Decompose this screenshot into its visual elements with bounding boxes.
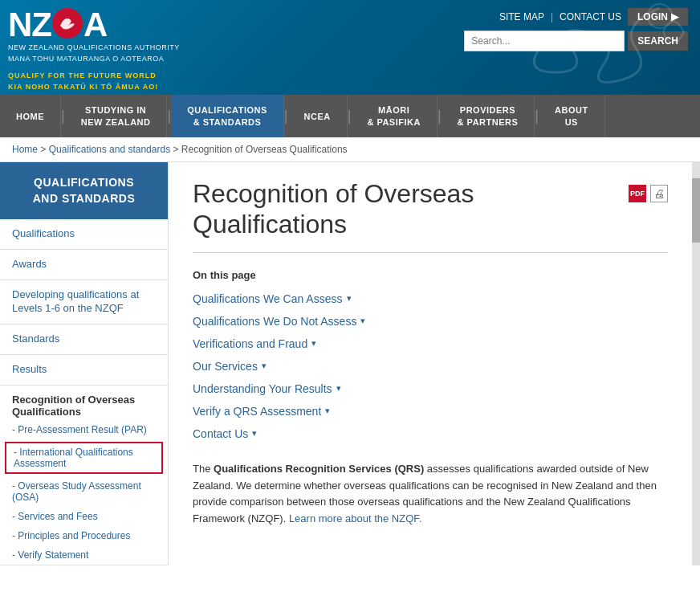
- toc-do-not-assess-arrow: ▾: [360, 316, 365, 326]
- nav-ncea[interactable]: NCEA: [288, 95, 348, 137]
- toc-can-assess[interactable]: Qualifications We Can Assess ▾: [193, 288, 668, 310]
- logo-tagline1: QUALIFY FOR THE FUTURE WORLD: [8, 71, 180, 80]
- toc-contact[interactable]: Contact Us ▾: [193, 422, 668, 445]
- sidebar-sub-fees[interactable]: - Services and Fees: [0, 507, 168, 526]
- toc-understanding-arrow: ▾: [336, 383, 341, 394]
- nzqf-link[interactable]: Learn more about the NZQF.: [289, 512, 421, 524]
- breadcrumb-quals[interactable]: Qualifications and standards: [49, 144, 170, 155]
- toc-verifications-label: Verifications and Fraud: [193, 337, 307, 350]
- nav-studying[interactable]: STUDYING INNEW ZEALAND: [65, 95, 168, 137]
- nav-maori[interactable]: MĀORI& PASIFIKA: [351, 95, 438, 137]
- sidebar-sub-verify[interactable]: - Verify Statement: [0, 545, 168, 565]
- toc-do-not-assess-label: Qualifications We Do Not Assess: [193, 315, 356, 328]
- nav-home[interactable]: HOME: [0, 95, 61, 137]
- toc-services-label: Our Services: [193, 360, 258, 373]
- nav-providers[interactable]: PROVIDERS& PARTNERS: [442, 95, 535, 137]
- sidebar-sub-osa[interactable]: - Overseas Study Assessment (OSA): [0, 476, 168, 507]
- search-button[interactable]: SEARCH: [628, 31, 688, 51]
- sidebar-section-qualifications: Qualifications: [0, 219, 168, 250]
- toc-verify-qrs-arrow: ▾: [325, 406, 330, 416]
- logo-subtitle: NEW ZEALAND QUALIFICATIONS AUTHORITY: [8, 43, 180, 53]
- sidebar-group-label: Recognition of Overseas Qualifications: [0, 386, 168, 420]
- search-input[interactable]: [464, 31, 625, 51]
- pdf-icon[interactable]: PDF: [629, 185, 646, 202]
- breadcrumb-sep1: >: [40, 144, 48, 155]
- main-nav: HOME | STUDYING INNEW ZEALAND | QUALIFIC…: [0, 95, 700, 137]
- toc-services[interactable]: Our Services ▾: [193, 355, 668, 378]
- header-top: NZ A NEW ZEALAND QUALIFICATIONS AUTHORIT…: [0, 0, 700, 95]
- toc-contact-arrow: ▾: [252, 428, 257, 439]
- toc-can-assess-arrow: ▾: [347, 293, 352, 304]
- content-icons: PDF 🖨: [629, 185, 668, 202]
- toc-do-not-assess[interactable]: Qualifications We Do Not Assess ▾: [193, 310, 668, 333]
- logo-tagline2: KIA NOHO TAKATŪ KI TŌ ĀMUA AO!: [8, 83, 180, 91]
- toc-can-assess-label: Qualifications We Can Assess: [193, 292, 343, 305]
- search-row: SEARCH: [464, 31, 688, 51]
- toc-understanding-label: Understanding Your Results: [193, 382, 332, 395]
- sidebar-section-developing: Developing qualifications at Levels 1-6 …: [0, 280, 168, 324]
- sidebar-header: QUALIFICATIONSAND STANDARDS: [0, 162, 168, 219]
- sidebar-group-overseas: Recognition of Overseas Qualifications -…: [0, 386, 168, 565]
- sidebar-item-standards[interactable]: Standards: [0, 324, 168, 354]
- sidebar-sub-principles[interactable]: - Principles and Procedures: [0, 526, 168, 545]
- breadcrumb-current: Recognition of Overseas Qualifications: [181, 144, 348, 155]
- scroll-thumb[interactable]: [692, 178, 700, 243]
- nav-qualifications[interactable]: QUALIFICATIONS& STANDARDS: [171, 95, 284, 137]
- print-icon[interactable]: 🖨: [650, 185, 668, 202]
- toc-verify-qrs[interactable]: Verify a QRS Assessment ▾: [193, 400, 668, 422]
- login-button[interactable]: LOGIN ▶: [628, 8, 688, 26]
- breadcrumb: Home > Qualifications and standards > Re…: [0, 137, 700, 162]
- bird-icon: [52, 8, 83, 39]
- sidebar-section-awards: Awards: [0, 250, 168, 280]
- sidebar-section-results: Results: [0, 355, 168, 386]
- logo[interactable]: NZ A: [8, 8, 180, 42]
- toc-understanding[interactable]: Understanding Your Results ▾: [193, 378, 668, 400]
- sidebar-item-awards[interactable]: Awards: [0, 250, 168, 280]
- sidebar-section-standards: Standards: [0, 324, 168, 355]
- logo-tagline-area: QUALIFY FOR THE FUTURE WORLD KIA NOHO TA…: [8, 68, 180, 91]
- site-map-link[interactable]: SITE MAP: [493, 11, 551, 22]
- sidebar-sub-iqa[interactable]: - International Qualifications Assessmen…: [5, 442, 163, 474]
- sidebar-sub-par[interactable]: - Pre-Assessment Result (PAR): [0, 420, 168, 439]
- toc-verifications-arrow: ▾: [311, 338, 316, 349]
- sidebar-item-developing[interactable]: Developing qualifications at Levels 1-6 …: [0, 280, 168, 324]
- contact-us-link[interactable]: CONTACT US: [553, 11, 628, 22]
- on-this-page-label: On this page: [193, 269, 668, 281]
- sidebar-item-qualifications[interactable]: Qualifications: [0, 219, 168, 249]
- body-text: The Qualifications Recognition Services …: [193, 461, 668, 528]
- logo-area: NZ A NEW ZEALAND QUALIFICATIONS AUTHORIT…: [8, 8, 180, 91]
- header-links: SITE MAP | CONTACT US LOGIN ▶: [493, 8, 688, 26]
- nav-about[interactable]: ABOUTUS: [539, 95, 605, 137]
- toc-list: Qualifications We Can Assess ▾ Qualifica…: [193, 288, 668, 445]
- toc-verifications[interactable]: Verifications and Fraud ▾: [193, 333, 668, 355]
- toc-contact-label: Contact Us: [193, 427, 248, 440]
- toc-services-arrow: ▾: [262, 361, 267, 371]
- content-area: PDF 🖨 Recognition of Overseas Qualificat…: [169, 162, 692, 565]
- breadcrumb-sep2: >: [173, 144, 181, 155]
- header: NZ A NEW ZEALAND QUALIFICATIONS AUTHORIT…: [0, 0, 700, 95]
- header-right: SITE MAP | CONTACT US LOGIN ▶ SEARCH: [464, 8, 688, 51]
- toc-verify-qrs-label: Verify a QRS Assessment: [193, 405, 321, 418]
- sidebar: QUALIFICATIONSAND STANDARDS Qualificatio…: [0, 162, 169, 565]
- logo-subtitle2: MANA TOHU MATAURANGA O AOTEAROA: [8, 55, 180, 64]
- sidebar-item-results[interactable]: Results: [0, 355, 168, 385]
- main-layout: QUALIFICATIONSAND STANDARDS Qualificatio…: [0, 162, 700, 565]
- page-title: Recognition of Overseas Qualifications: [193, 178, 668, 240]
- breadcrumb-home[interactable]: Home: [12, 144, 38, 155]
- content-divider: [193, 252, 668, 253]
- scrollbar[interactable]: [692, 162, 700, 565]
